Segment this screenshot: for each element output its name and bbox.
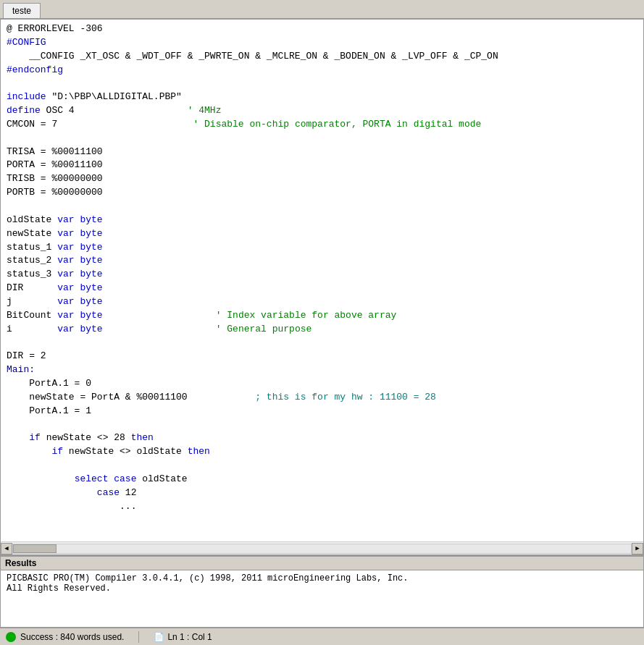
code-line-8: CMCON = 7 ' Disable on-chip comparator, … bbox=[7, 118, 637, 132]
editor-container: @ ERRORLEVEL -306#CONFIG __CONFIG _XT_OS… bbox=[0, 19, 644, 555]
code-line-3: __CONFIG _XT_OSC & _WDT_OFF & _PWRTE_ON … bbox=[7, 50, 637, 64]
code-line-4: #endconfig bbox=[7, 64, 637, 77]
code-line-35: case 12 bbox=[7, 486, 637, 500]
code-line-16: newState var byte bbox=[7, 227, 637, 241]
code-line-7: define OSC 4 ' 4MHz bbox=[7, 104, 637, 118]
code-line-13: PORTB = %00000000 bbox=[7, 186, 637, 200]
status-success: Success : 840 words used. bbox=[6, 632, 124, 642]
success-icon bbox=[6, 632, 16, 642]
code-line-9 bbox=[7, 132, 637, 146]
status-divider bbox=[138, 631, 139, 643]
code-line-31: if newState <> 28 then bbox=[7, 431, 637, 445]
code-line-29: PortA.1 = 1 bbox=[7, 405, 637, 418]
status-position: 📄 Ln 1 : Col 1 bbox=[154, 632, 212, 642]
code-line-1: @ ERRORLEVEL -306 bbox=[7, 22, 637, 36]
code-line-2: #CONFIG bbox=[7, 36, 637, 50]
code-line-5 bbox=[7, 77, 637, 90]
code-line-25: DIR = 2 bbox=[7, 350, 637, 363]
scroll-left-button[interactable]: ◀ bbox=[1, 543, 12, 555]
scroll-right-button[interactable]: ▶ bbox=[632, 543, 643, 555]
status-success-text: Success : 840 words used. bbox=[20, 632, 124, 642]
code-line-33 bbox=[7, 459, 637, 473]
horizontal-scrollbar[interactable]: ◀ ▶ bbox=[1, 541, 643, 555]
results-header: Results bbox=[1, 557, 643, 570]
code-line-18: status_2 var byte bbox=[7, 254, 637, 268]
code-line-36: ... bbox=[7, 500, 637, 514]
code-line-12: TRISB = %00000000 bbox=[7, 172, 637, 186]
code-line-10: TRISA = %00011100 bbox=[7, 146, 637, 159]
results-line1: PICBASIC PRO(TM) Compiler 3.0.4.1, (c) 1… bbox=[7, 573, 637, 583]
code-line-19: status_3 var byte bbox=[7, 268, 637, 282]
tab-teste[interactable]: teste bbox=[3, 3, 41, 18]
editor-content[interactable]: @ ERRORLEVEL -306#CONFIG __CONFIG _XT_OS… bbox=[1, 20, 643, 541]
status-pos-icon: 📄 bbox=[154, 632, 164, 642]
code-line-30 bbox=[7, 418, 637, 431]
code-line-15: oldState var byte bbox=[7, 214, 637, 227]
results-content: PICBASIC PRO(TM) Compiler 3.0.4.1, (c) 1… bbox=[1, 570, 643, 627]
code-line-34: select case oldState bbox=[7, 473, 637, 486]
code-line-6: include "D:\PBP\ALLDIGITAL.PBP" bbox=[7, 90, 637, 104]
code-line-27: PortA.1 = 0 bbox=[7, 377, 637, 391]
results-panel: Results PICBASIC PRO(TM) Compiler 3.0.4.… bbox=[0, 555, 644, 628]
code-line-32: if newState <> oldState then bbox=[7, 445, 637, 459]
code-line-22: BitCount var byte ' Index variable for a… bbox=[7, 309, 637, 323]
code-line-17: status_1 var byte bbox=[7, 241, 637, 255]
status-position-text: Ln 1 : Col 1 bbox=[167, 632, 212, 642]
code-line-14 bbox=[7, 200, 637, 214]
scroll-thumb[interactable] bbox=[13, 544, 57, 553]
code-line-21: j var byte bbox=[7, 295, 637, 309]
code-line-23: i var byte ' General purpose bbox=[7, 323, 637, 337]
scroll-track[interactable] bbox=[12, 544, 632, 554]
status-bar: Success : 840 words used. 📄 Ln 1 : Col 1 bbox=[0, 628, 644, 645]
code-line-11: PORTA = %00011100 bbox=[7, 159, 637, 172]
code-line-24 bbox=[7, 336, 637, 350]
code-line-28: newState = PortA & %00011100 ; this is f… bbox=[7, 391, 637, 405]
code-line-20: DIR var byte bbox=[7, 282, 637, 295]
code-line-26: Main: bbox=[7, 363, 637, 377]
results-line2: All Rights Reserved. bbox=[7, 583, 637, 594]
tab-bar: teste bbox=[0, 0, 644, 19]
